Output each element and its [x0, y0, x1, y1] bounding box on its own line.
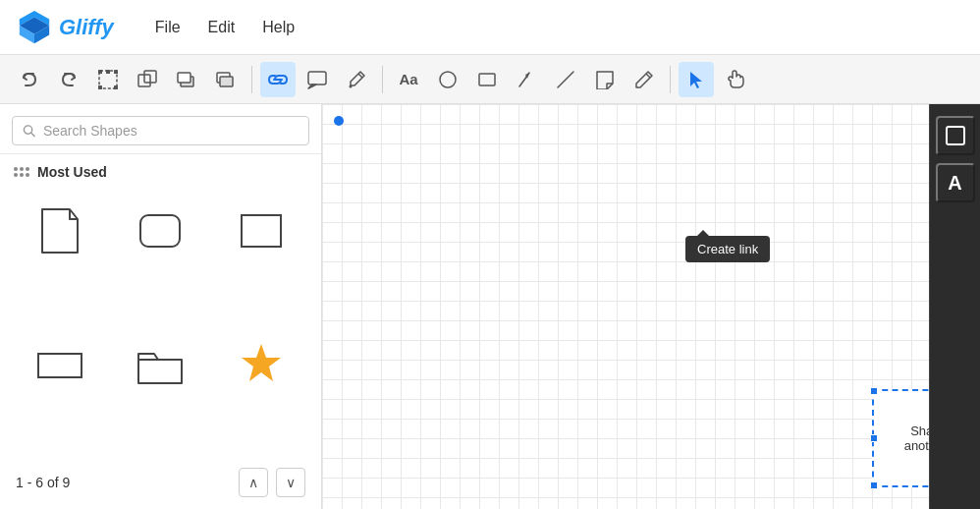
toolbar: Aa — [0, 55, 980, 104]
svg-rect-23 — [479, 74, 495, 85]
prev-page-button[interactable]: ∧ — [239, 468, 268, 497]
shape-rounded-rect[interactable] — [116, 196, 204, 266]
circle-icon — [437, 69, 459, 90]
pointer-button[interactable] — [679, 62, 714, 97]
right-shape-button[interactable] — [936, 116, 975, 155]
handle-ml[interactable] — [870, 434, 878, 442]
comment-button[interactable] — [299, 62, 335, 97]
right-panel: A — [929, 104, 980, 509]
comment-icon — [306, 70, 328, 89]
svg-point-21 — [350, 85, 353, 87]
sticky-icon — [595, 70, 615, 89]
svg-rect-14 — [178, 73, 191, 83]
svg-rect-8 — [114, 70, 118, 74]
bring-forward-button[interactable] — [169, 62, 204, 97]
hand-button[interactable] — [718, 62, 753, 97]
logo-icon — [16, 9, 53, 46]
group-button[interactable] — [130, 62, 165, 97]
right-shape-icon — [942, 122, 969, 149]
right-text-icon: A — [948, 172, 961, 195]
section-label: Most Used — [37, 164, 107, 180]
svg-rect-32 — [38, 354, 82, 377]
svg-rect-31 — [242, 215, 281, 247]
shape-rect[interactable] — [217, 196, 305, 266]
shape-document[interactable] — [16, 196, 104, 266]
svg-line-29 — [31, 133, 34, 136]
top-nav: Gliffy File Edit Help — [0, 0, 980, 55]
diagonal-button[interactable] — [548, 62, 583, 97]
pagination: 1 - 6 of 9 ∧ ∨ — [0, 460, 321, 509]
folder-icon — [135, 340, 186, 391]
shape-square[interactable] — [16, 330, 104, 401]
search-icon — [23, 124, 35, 138]
shape-star[interactable] — [217, 330, 305, 401]
nav-edit[interactable]: Edit — [198, 15, 245, 40]
link-button[interactable] — [260, 62, 296, 97]
send-back-button[interactable] — [208, 62, 244, 97]
arrow-icon — [516, 69, 537, 90]
search-box[interactable] — [12, 116, 309, 145]
nav-help[interactable]: Help — [252, 15, 304, 40]
rectangle-button[interactable] — [469, 62, 505, 97]
search-area — [0, 104, 321, 154]
right-text-button[interactable]: A — [936, 163, 975, 202]
canvas-grid — [322, 104, 929, 509]
rect-icon — [476, 69, 498, 90]
toolbar-separator-3 — [670, 66, 671, 93]
group-icon — [136, 69, 158, 90]
bring-forward-icon — [176, 69, 197, 90]
grid-icon — [14, 167, 29, 177]
hand-icon — [725, 69, 746, 90]
svg-point-22 — [440, 72, 456, 87]
text-icon: Aa — [399, 71, 417, 87]
main-layout: Most Used — [0, 104, 980, 509]
redo-button[interactable] — [51, 62, 86, 97]
svg-marker-27 — [690, 72, 702, 88]
nav-menu: File Edit Help — [145, 15, 304, 40]
send-back-icon — [215, 69, 237, 90]
shapes-grid — [0, 188, 321, 460]
undo-button[interactable] — [12, 62, 47, 97]
pagination-label: 1 - 6 of 9 — [16, 475, 70, 490]
eyedropper-icon — [347, 70, 366, 89]
canvas-area[interactable]: Create link ↻ Shape links toanother diag… — [322, 104, 929, 509]
pointer-icon — [686, 70, 706, 89]
document-icon — [34, 205, 85, 256]
arrow-button[interactable] — [509, 62, 544, 97]
handle-tl[interactable] — [870, 387, 878, 395]
svg-rect-6 — [98, 70, 102, 74]
svg-line-25 — [558, 72, 573, 87]
svg-rect-30 — [140, 215, 180, 247]
next-page-button[interactable]: ∨ — [276, 468, 305, 497]
blue-dot-indicator — [334, 116, 344, 126]
svg-rect-35 — [947, 127, 964, 144]
search-input[interactable] — [43, 123, 299, 139]
redo-icon — [59, 70, 79, 89]
shape-folder[interactable] — [116, 330, 204, 401]
svg-line-26 — [646, 74, 650, 78]
nav-file[interactable]: File — [145, 15, 191, 40]
select-icon — [97, 69, 119, 90]
logo-text: Gliffy — [59, 15, 114, 40]
svg-rect-7 — [106, 70, 110, 74]
logo[interactable]: Gliffy — [16, 9, 114, 46]
text-button[interactable]: Aa — [391, 62, 426, 97]
circle-button[interactable] — [430, 62, 465, 97]
select-button[interactable] — [90, 62, 126, 97]
toolbar-separator-1 — [251, 66, 252, 93]
pencil-button[interactable] — [626, 62, 662, 97]
square-icon — [34, 340, 85, 391]
sidebar: Most Used — [0, 104, 322, 509]
rect-shape-icon — [236, 205, 287, 256]
diagonal-icon — [555, 69, 576, 90]
eyedropper-button[interactable] — [339, 62, 374, 97]
rounded-rect-icon — [135, 205, 186, 256]
section-header: Most Used — [0, 154, 321, 188]
shape-label: Shape links toanother diagram — [900, 420, 929, 457]
handle-bl[interactable] — [870, 481, 878, 489]
svg-marker-34 — [242, 344, 281, 381]
sticky-button[interactable] — [587, 62, 623, 97]
toolbar-separator-2 — [382, 66, 383, 93]
svg-rect-16 — [220, 77, 233, 86]
selected-shape[interactable]: ↻ Shape links toanother diagram — [872, 389, 929, 487]
